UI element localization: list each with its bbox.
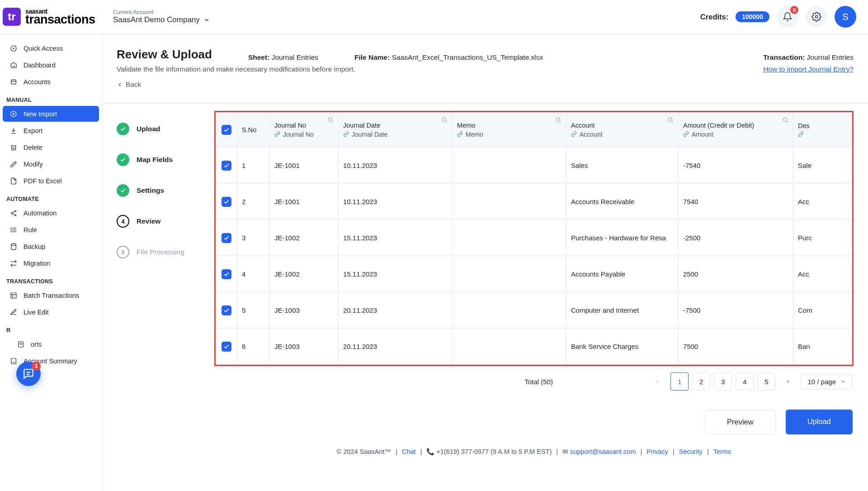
col-account: Account xyxy=(571,122,674,129)
page-button-2[interactable]: 2 xyxy=(692,372,710,391)
footer-terms-link[interactable]: Terms xyxy=(713,448,731,455)
cell-description: Com xyxy=(793,292,852,328)
sidebar-item-quick-access[interactable]: Quick Access xyxy=(3,40,99,56)
row-checkbox[interactable] xyxy=(222,342,231,352)
import-steps: UploadMap FieldsSettings4Review5File Pro… xyxy=(117,111,203,491)
account-selector[interactable]: Current Account SaasAnt Demo Company xyxy=(113,9,210,24)
sidebar-item-new-import[interactable]: New Import xyxy=(3,106,99,122)
step-map-fields: Map Fields xyxy=(117,153,203,166)
search-icon[interactable] xyxy=(667,117,674,123)
select-all-checkbox[interactable] xyxy=(222,125,231,135)
sidebar-item-label: Rule xyxy=(24,226,37,234)
col-description: Des xyxy=(798,122,848,129)
cell-jdate: 10.11.2023 xyxy=(339,148,453,183)
download-icon xyxy=(10,127,17,134)
search-icon[interactable] xyxy=(327,117,334,123)
cell-jdate: 15.11.2023 xyxy=(339,256,453,292)
search-icon[interactable] xyxy=(555,117,561,123)
app-logo[interactable]: tr saasant transactions xyxy=(0,8,103,26)
cell-jdate: 15.11.2023 xyxy=(339,220,453,256)
credits-badge: 100000 xyxy=(736,11,769,22)
footer-security-link[interactable]: Security xyxy=(679,448,703,455)
cell-sno: 3 xyxy=(237,220,270,256)
sidebar-item-delete[interactable]: Delete xyxy=(3,139,99,155)
sidebar-heading-manual: MANUAL xyxy=(3,91,99,105)
sidebar-item-backup[interactable]: Backup xyxy=(3,238,99,254)
next-page-button[interactable] xyxy=(783,379,793,384)
row-checkbox[interactable] xyxy=(222,161,231,171)
sidebar-item-dashboard[interactable]: Dashboard xyxy=(3,57,99,73)
page-button-4[interactable]: 4 xyxy=(736,372,754,391)
chat-widget-button[interactable]: 1 xyxy=(16,362,41,386)
table-row[interactable]: 6JE-100320.11.2023Bank Service Charges75… xyxy=(216,329,852,365)
svg-point-17 xyxy=(11,229,11,230)
sidebar-item-accounts[interactable]: Accounts xyxy=(3,74,99,90)
page-button-5[interactable]: 5 xyxy=(757,372,775,391)
page-subtitle: Validate the file information and make n… xyxy=(117,65,355,73)
page-button-3[interactable]: 3 xyxy=(714,372,732,391)
svg-rect-20 xyxy=(11,293,16,298)
table-row[interactable]: 3JE-100215.11.2023Purchases - Hardware f… xyxy=(216,220,852,256)
row-checkbox[interactable] xyxy=(222,233,231,243)
sidebar-item-batch-transactions[interactable]: Batch Transactions xyxy=(3,287,99,303)
sidebar-item-label: Automation xyxy=(24,210,57,217)
per-page-select[interactable]: 10 / page xyxy=(801,374,853,390)
help-link[interactable]: How to import Journal Entry? xyxy=(763,65,854,73)
user-avatar[interactable]: S xyxy=(835,6,856,28)
svg-line-39 xyxy=(787,121,788,123)
sidebar-item-label: PDF to Excel xyxy=(24,177,62,185)
col-amount: Amount (Credit or Debit) xyxy=(683,122,788,129)
list-icon xyxy=(10,226,17,234)
sidebar-item-modify[interactable]: Modify xyxy=(3,156,99,172)
sidebar-item-automation[interactable]: Automation xyxy=(3,205,99,221)
sidebar-item-pdf-to-excel[interactable]: PDF to Excel xyxy=(3,173,99,189)
credits-label: Credits: xyxy=(700,13,728,21)
table-row[interactable]: 5JE-100320.11.2023Computer and Internet-… xyxy=(216,292,852,329)
sidebar-item-account-summary[interactable]: Account Summary xyxy=(3,353,99,369)
cell-description: Acc xyxy=(793,256,852,292)
row-checkbox[interactable] xyxy=(222,197,231,207)
table-row[interactable]: 2JE-100110.11.2023Accounts Receivable754… xyxy=(216,184,852,220)
sidebar-item-label: Dashboard xyxy=(24,62,56,69)
cell-amount: -7500 xyxy=(679,292,793,328)
svg-line-37 xyxy=(672,121,673,123)
footer-email-link[interactable]: support@saasant.com xyxy=(570,448,636,455)
sidebar-item-label: Accounts xyxy=(24,78,51,86)
col-jno: Journal No xyxy=(274,122,334,129)
svg-point-36 xyxy=(668,118,672,121)
svg-point-18 xyxy=(11,231,11,232)
share-icon xyxy=(10,210,17,217)
svg-point-32 xyxy=(442,118,446,121)
preview-button[interactable]: Preview xyxy=(705,410,776,434)
file-field: File Name: SaasAnt_Excel_Transactions_US… xyxy=(354,53,543,62)
cell-jno: JE-1001 xyxy=(270,148,339,183)
notifications-button[interactable]: 0 xyxy=(777,6,798,28)
col-jdate: Journal Date xyxy=(343,122,448,129)
search-icon[interactable] xyxy=(782,117,788,123)
sidebar-item-reports[interactable]: orts xyxy=(3,336,99,352)
footer-privacy-link[interactable]: Privacy xyxy=(646,448,668,455)
table-row[interactable]: 4JE-100215.11.2023Accounts Payable2500Ac… xyxy=(216,256,852,292)
sidebar-item-rule[interactable]: Rule xyxy=(3,222,99,238)
review-table: S.No Journal No Journal No Journal Date … xyxy=(214,111,854,366)
trash-icon xyxy=(10,144,17,151)
settings-button[interactable] xyxy=(806,6,827,28)
sidebar-item-live-edit[interactable]: Live Edit xyxy=(3,304,99,320)
pencil-icon xyxy=(10,309,17,316)
row-checkbox[interactable] xyxy=(222,269,231,279)
sidebar-heading-automate: AUTOMATE xyxy=(3,190,99,204)
page-button-1[interactable]: 1 xyxy=(670,372,689,391)
upload-button[interactable]: Upload xyxy=(786,410,853,434)
back-link[interactable]: Back xyxy=(117,81,141,89)
row-checkbox[interactable] xyxy=(222,305,231,315)
prev-page-button[interactable] xyxy=(652,379,663,384)
table-row[interactable]: 1JE-100110.11.2023Sales-7540Sale xyxy=(216,148,852,184)
sidebar-item-export[interactable]: Export xyxy=(3,123,99,138)
sheet-field: Sheet: Journal Entries xyxy=(248,53,318,62)
step-upload: Upload xyxy=(117,123,203,135)
svg-point-9 xyxy=(11,212,13,214)
cell-sno: 4 xyxy=(237,256,270,292)
sidebar-item-migration[interactable]: Migration xyxy=(3,255,99,271)
search-icon[interactable] xyxy=(441,117,448,123)
footer-chat-link[interactable]: Chat xyxy=(402,448,416,455)
